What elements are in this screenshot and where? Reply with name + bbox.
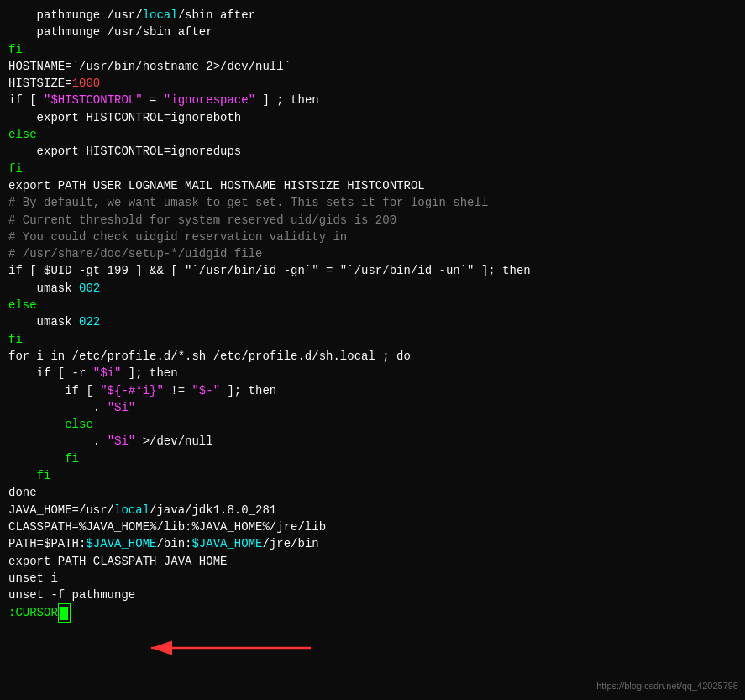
terminal-line: if [ "${-#*i}" != "$-" ]; then (8, 382, 737, 399)
terminal-line: pathmunge /usr/sbin after (8, 24, 737, 40)
terminal-line: # /usr/share/doc/setup-*/uidgid file (8, 245, 737, 262)
terminal-line: pathmunge /usr/local/sbin after (8, 7, 737, 24)
terminal-line: export HISTCONTROL=ignoredups (8, 143, 737, 160)
terminal: pathmunge /usr/local/sbin after pathmung… (0, 0, 745, 700)
terminal-line: umask 002 (8, 280, 737, 297)
terminal-line: export PATH USER LOGNAME MAIL HOSTNAME H… (8, 177, 737, 194)
terminal-line: HOSTNAME=`/usr/bin/hostname 2>/dev/null` (8, 58, 737, 75)
terminal-line: # You could check uidgid reservation val… (8, 229, 737, 245)
terminal-line: PATH=$PATH:$JAVA_HOME/bin:$JAVA_HOME/jre… (8, 535, 737, 552)
terminal-line: done (8, 484, 737, 501)
terminal-line: for i in /etc/profile.d/*.sh /etc/profil… (8, 348, 737, 365)
terminal-line: CLASSPATH=%JAVA_HOME%/lib:%JAVA_HOME%/jr… (8, 518, 737, 535)
terminal-line: fi (8, 450, 737, 467)
terminal-line: else (8, 416, 737, 433)
terminal-line: umask 022 (8, 313, 737, 330)
terminal-line: unset i (8, 570, 737, 587)
terminal-line: unset -f pathmunge (8, 587, 737, 603)
terminal-line: . "$i" >/dev/null (8, 433, 737, 450)
terminal-line: else (8, 126, 737, 143)
terminal-line: fi (8, 41, 737, 58)
terminal-line: export PATH CLASSPATH JAVA_HOME (8, 553, 737, 570)
terminal-line: if [ "$HISTCONTROL" = "ignorespace" ] ; … (8, 92, 737, 108)
terminal-prompt-box[interactable] (58, 603, 71, 622)
terminal-line: if [ -r "$i" ]; then (8, 365, 737, 382)
terminal-line: fi (8, 161, 737, 177)
terminal-line: fi (8, 467, 737, 484)
terminal-line: else (8, 297, 737, 313)
terminal-line: export HISTCONTROL=ignoreboth (8, 109, 737, 126)
terminal-line: # By default, we want umask to get set. … (8, 194, 737, 211)
terminal-line: # Current threshold for system reserved … (8, 212, 737, 229)
terminal-line: if [ $UID -gt 199 ] && [ "`/usr/bin/id -… (8, 262, 737, 279)
terminal-line: fi (8, 331, 737, 348)
terminal-line: JAVA_HOME=/usr/local/java/jdk1.8.0_281 (8, 502, 737, 518)
terminal-line: :CURSOR (8, 603, 737, 622)
cursor (60, 607, 68, 620)
terminal-line: . "$i" (8, 399, 737, 416)
terminal-line: HISTSIZE=1000 (8, 75, 737, 92)
